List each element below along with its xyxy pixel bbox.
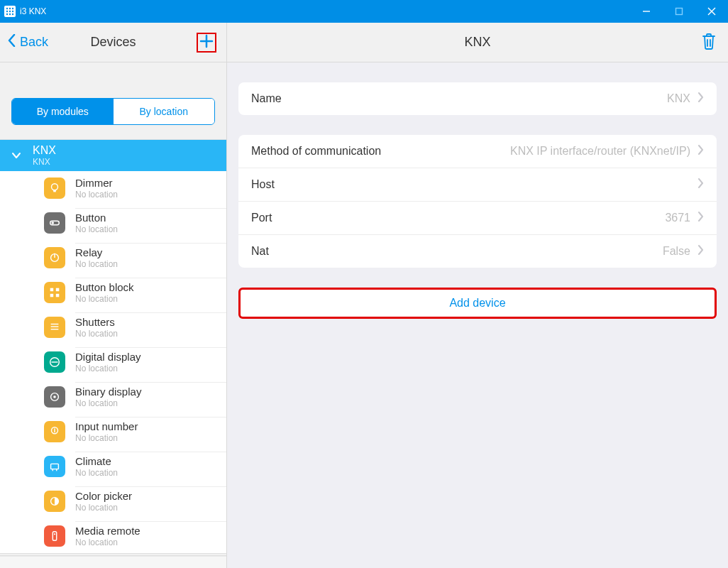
list-item[interactable]: Digital displayNo location: [0, 344, 226, 379]
switch-icon: [44, 212, 65, 234]
row-port-value-text: 3671: [665, 212, 690, 224]
list-item-title: Input number: [75, 420, 226, 433]
remote-icon: [44, 525, 65, 547]
shutter-icon: [44, 317, 65, 338]
add-button[interactable]: [197, 33, 216, 53]
list-item-subtitle: No location: [75, 537, 226, 547]
row-nat-value-text: False: [663, 245, 690, 258]
list-item-subtitle: No location: [75, 190, 226, 200]
input-icon: [44, 421, 65, 442]
list-item-texts: RelayNo location: [75, 243, 226, 272]
row-host-value: [690, 178, 704, 191]
bulb-icon: [44, 178, 65, 199]
window-minimize-button[interactable]: [630, 0, 663, 23]
row-port-value: 3671: [665, 212, 704, 224]
svg-point-9: [12, 13, 13, 15]
window-controls: [630, 0, 728, 23]
chevron-right-icon: [697, 245, 704, 258]
plus-icon: [199, 33, 214, 52]
list-item-texts: Color pickerNo location: [75, 486, 226, 515]
svg-rect-25: [56, 293, 60, 297]
list-item-subtitle: No location: [75, 364, 226, 373]
chevron-right-icon: [697, 178, 704, 191]
list-item-texts: Input numberNo location: [75, 417, 226, 446]
list-item[interactable]: Color pickerNo location: [0, 484, 226, 518]
titlebar-left: i3 KNX: [0, 6, 46, 17]
segmented-control-wrap: By modules By location: [0, 62, 226, 139]
toolbar-right: KNX: [227, 23, 728, 62]
list-item[interactable]: ButtonNo location: [0, 205, 226, 240]
card-name: Name KNX: [238, 82, 717, 115]
back-button[interactable]: Back: [0, 34, 48, 50]
tab-by-modules[interactable]: By modules: [12, 99, 114, 124]
window-maximize-button[interactable]: [663, 0, 695, 23]
tab-by-location[interactable]: By location: [114, 99, 215, 124]
row-nat[interactable]: Nat False: [238, 234, 717, 268]
row-port-label: Port: [251, 212, 272, 224]
list-item-title: Binary display: [75, 386, 226, 398]
row-host[interactable]: Host: [238, 168, 717, 201]
list-item-texts: ClimateNo location: [75, 452, 226, 481]
svg-rect-35: [51, 464, 59, 469]
window-title: i3 KNX: [20, 6, 46, 16]
add-device-button[interactable]: Add device: [238, 288, 717, 319]
chevron-left-icon: [7, 34, 17, 50]
chevron-right-icon: [697, 212, 704, 224]
trash-icon: [701, 40, 717, 53]
toolbar: Back Devices KNX: [0, 23, 728, 62]
sidebar-title: Devices: [90, 35, 136, 50]
list-item-texts: DimmerNo location: [75, 174, 226, 202]
row-nat-value: False: [663, 245, 704, 258]
list-item-texts: Binary displayNo location: [75, 382, 226, 411]
list-item[interactable]: Input numberNo location: [0, 414, 226, 449]
group-title: KNX: [33, 144, 56, 157]
svg-point-7: [6, 13, 8, 15]
list-item[interactable]: Button blockNo location: [0, 275, 226, 310]
svg-point-6: [12, 11, 13, 12]
sidebar-footer-strip: [0, 556, 226, 568]
group-header-knx[interactable]: KNX KNX: [0, 140, 226, 171]
list-item[interactable]: ShuttersNo location: [0, 310, 226, 344]
svg-rect-11: [676, 9, 683, 15]
row-name-value-text: KNX: [667, 92, 690, 105]
page-title: KNX: [464, 35, 490, 50]
group-subtitle: KNX: [33, 157, 56, 167]
climate-icon: [44, 456, 65, 477]
chevron-right-icon: [697, 92, 704, 105]
list-item-texts: Media remoteNo location: [75, 521, 226, 550]
list-item-subtitle: No location: [75, 433, 226, 443]
list-item[interactable]: DimmerNo location: [0, 171, 226, 205]
svg-point-19: [52, 222, 55, 224]
svg-point-16: [52, 184, 58, 190]
svg-point-2: [9, 8, 11, 9]
chevron-down-icon: [11, 149, 21, 162]
list-item-subtitle: No location: [75, 468, 226, 478]
list-item[interactable]: ClimateNo location: [0, 449, 226, 484]
row-name[interactable]: Name KNX: [238, 82, 717, 115]
row-method[interactable]: Method of communication KNX IP interface…: [238, 135, 717, 168]
list-item-texts: ButtonNo location: [75, 208, 226, 237]
list-item-texts: ShuttersNo location: [75, 312, 226, 342]
list-item-title: Color picker: [75, 490, 226, 503]
list-item-subtitle: No location: [75, 259, 226, 269]
list-item-title: Shutters: [75, 316, 226, 329]
color-icon: [44, 491, 65, 512]
list-item[interactable]: Media remoteNo location: [0, 518, 226, 553]
row-nat-label: Nat: [251, 245, 269, 258]
main-panel: Name KNX Method of communication KNX IP …: [227, 62, 728, 568]
window-close-button[interactable]: [695, 0, 728, 23]
list-item-title: Dimmer: [75, 177, 226, 190]
display-icon: [44, 351, 65, 373]
list-item[interactable]: RelayNo location: [0, 240, 226, 275]
list-item-title: Button: [75, 212, 226, 224]
list-item-texts: Digital displayNo location: [75, 347, 226, 376]
delete-button[interactable]: [701, 32, 717, 53]
sidebar: By modules By location KNX KNX DimmerNo …: [0, 62, 227, 568]
list-item[interactable]: Binary displayNo location: [0, 379, 226, 414]
svg-point-5: [9, 11, 11, 12]
row-name-label: Name: [251, 92, 282, 105]
row-port[interactable]: Port 3671: [238, 201, 717, 234]
toolbar-left: Back Devices: [0, 23, 227, 62]
relay-icon: [44, 247, 65, 268]
grid-icon: [44, 282, 65, 303]
